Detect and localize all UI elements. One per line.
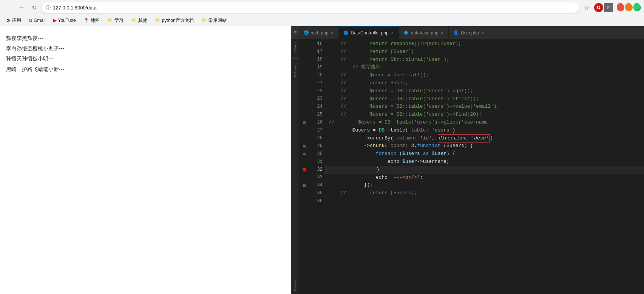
code-token: ( (385, 142, 391, 150)
code-token: $users = DB::table('users')->get(); (346, 87, 473, 95)
line-number: 27 (310, 127, 323, 135)
gutter-line (299, 135, 310, 142)
code-token: // 模型查询 (329, 63, 381, 71)
youtube-icon: ▶ (53, 18, 57, 23)
tab-web-php-close[interactable]: × (330, 30, 334, 36)
code-token: $users = DB::table('users')->value('emai… (346, 103, 500, 111)
python-icon: 📁 (155, 18, 161, 23)
gutter-line (299, 174, 310, 182)
code-token: // (329, 119, 335, 127)
code-token: $user (402, 158, 417, 166)
bookmark-common[interactable]: 📁 常用网站 (198, 17, 230, 25)
bookmarks-bar: ⚙ 应用 M Gmail ▶ YouTube 📍 地图 📁 学习 📁 其他 📁 … (0, 15, 644, 26)
structure-label[interactable]: Z-Structure (293, 62, 297, 79)
tab-datacontroller-icon: 🔵 (343, 31, 349, 36)
gutter-line (299, 189, 310, 197)
bookmark-gmail[interactable]: M Gmail (26, 17, 49, 24)
code-token: orderBy (370, 135, 391, 142)
content-line-4: 黑崎一护路飞蜡笔小新--- (6, 65, 285, 74)
code-token: echo (329, 174, 391, 182)
reload-button[interactable]: ↻ (29, 2, 39, 13)
bookmark-youtube-label: YouTube (58, 18, 76, 23)
line-number: 35 (310, 189, 323, 197)
gutter-line (299, 71, 310, 79)
tab-database-icon: 🔷 (403, 30, 409, 35)
gutter-line (299, 95, 310, 103)
code-line: // return [$users]; (326, 189, 644, 197)
favorites-label[interactable]: Favorites (293, 279, 297, 292)
line-number: 21 (310, 79, 323, 87)
content-line-1: 辉夜李黑辉夜--- (6, 34, 285, 43)
line-number: 25 (310, 111, 323, 119)
code-token: ($users (396, 150, 423, 158)
code-token: 'id' (417, 135, 432, 142)
code-token: ) (452, 127, 456, 135)
tab-web-php[interactable]: 🌐 web.php × (299, 26, 339, 39)
bookmark-python[interactable]: 📁 python官方文档 (152, 17, 197, 25)
address-bar[interactable]: ⓘ 127.0.0.1:8000/data (42, 2, 579, 13)
code-editor[interactable]: // return response()->json($user); // re… (326, 39, 644, 294)
main-area: 辉夜李黑辉夜--- 李白孙悟空樱桃小丸子--- 孙悟天孙悟饭小明--- 黑崎一护… (0, 26, 644, 294)
browser-chrome: ← → ↻ ⓘ 127.0.0.1:8000/data ☆ O E ⚙ 应用 (0, 0, 644, 26)
tab-database-label: database.php (411, 30, 439, 36)
code-line: echo '---<br/>'; (326, 174, 644, 182)
tab-datacontroller[interactable]: 🔵 DataController.php × (339, 26, 399, 39)
bookmark-common-label: 常用网站 (208, 17, 227, 24)
code-line: }); (326, 181, 644, 189)
code-token: // (329, 189, 346, 197)
bookmark-apps[interactable]: ⚙ 应用 (3, 17, 24, 25)
line-number: 31 (310, 158, 323, 166)
bookmark-youtube[interactable]: ▶ YouTube (50, 17, 79, 24)
tab-datacontroller-close[interactable]: × (391, 30, 394, 36)
line-number: 36 (310, 197, 323, 205)
code-line: // $users = DB::table('users')->value('e… (326, 103, 644, 111)
tab-user-close[interactable]: × (481, 30, 484, 36)
fold-icon[interactable]: ⊞ (303, 121, 306, 125)
code-token: return [$user]; (346, 48, 414, 56)
bookmark-other[interactable]: 📁 其他 (128, 17, 150, 25)
maps-icon: 📍 (83, 18, 89, 23)
tab-database[interactable]: 🔷 database.php × (399, 26, 449, 39)
back-button[interactable]: ← (3, 2, 14, 13)
breakpoint-dot[interactable] (303, 168, 306, 172)
bookmark-gmail-label: Gmail (34, 18, 45, 23)
gutter-line: ⊞ (299, 150, 310, 158)
forward-button[interactable]: → (16, 2, 26, 13)
content-line-2: 李白孙悟空樱桃小丸子--- (6, 44, 285, 53)
code-line: // 模型查询 (326, 63, 644, 71)
tab-user-label: User.php (461, 30, 479, 36)
fold-icon[interactable]: ⊞ (303, 152, 306, 156)
bookmark-maps-label: 地图 (91, 17, 100, 24)
line-number: 17 (310, 48, 323, 56)
code-token: DB (379, 127, 385, 135)
code-token: // (329, 40, 346, 48)
fold-icon[interactable]: ⊞ (303, 183, 306, 187)
gutter-line (299, 111, 310, 119)
tab-user[interactable]: 👤 User.php × (449, 26, 489, 39)
project-label[interactable]: 1-Project (293, 41, 297, 54)
code-token: return [$users]; (346, 189, 417, 197)
opera-icon[interactable]: O (594, 3, 603, 12)
nav-bar: ← → ↻ ⓘ 127.0.0.1:8000/data ☆ O E (0, 0, 644, 15)
tab-user-icon: 👤 (453, 30, 459, 35)
bookmark-maps[interactable]: 📍 地图 (80, 17, 103, 25)
sidebar-handle[interactable]: ☰ (291, 26, 299, 39)
bookmark-apps-label: 应用 (12, 17, 21, 24)
code-token: // (329, 71, 346, 79)
bookmark-star-button[interactable]: ☆ (581, 2, 592, 13)
gutter-line (299, 87, 310, 95)
code-token: ( (405, 127, 411, 135)
line-number: 34 (310, 181, 323, 189)
code-token: // (329, 111, 346, 119)
fold-icon[interactable]: ⊞ (303, 144, 306, 148)
gutter-line (299, 56, 310, 64)
apps-icon: ⚙ (6, 18, 11, 23)
extension-icon[interactable]: E (604, 3, 613, 12)
secure-icon: ⓘ (46, 5, 51, 11)
gutter-line: ⊞ (299, 119, 310, 127)
bookmark-study[interactable]: 📁 学习 (104, 17, 127, 25)
tab-database-close[interactable]: × (441, 30, 444, 36)
code-token: // (329, 103, 346, 111)
code-token: // (329, 48, 346, 56)
code-line: foreach ($users as $user) { (326, 150, 644, 158)
